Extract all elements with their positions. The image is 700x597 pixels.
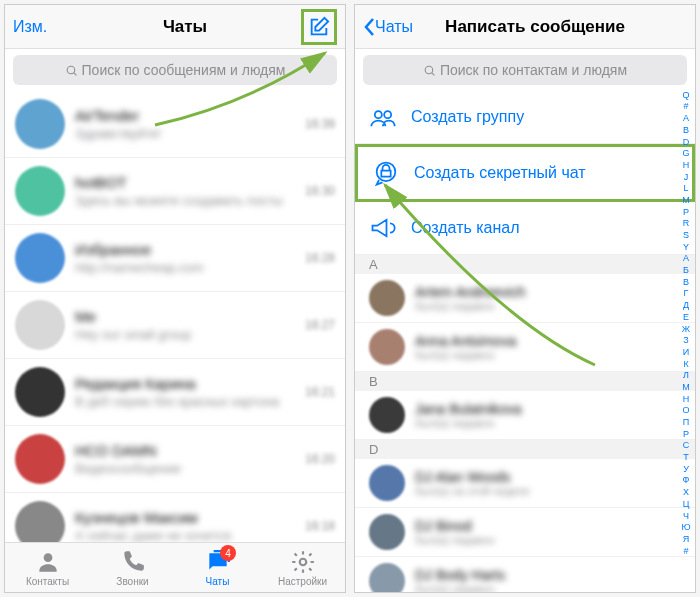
index-letter[interactable]: L [679,183,693,195]
alphabet-index[interactable]: Q#ABDGHJLMPRSYАБВГДЕЖЗИКЛМНОПРСТУФХЦЧЮЯ# [679,55,693,592]
chat-content: hotBOTЗдесь вы можете создавать посты [75,174,295,208]
index-letter[interactable]: S [679,230,693,242]
avatar [15,166,65,216]
chat-item[interactable]: Избранноеhttp://namecheap.com 16:28 [5,225,345,292]
index-letter[interactable]: Ф [679,475,693,487]
contact-item[interactable]: Anna Antsimovaбыл(а) недавно [355,323,695,372]
index-letter[interactable]: В [679,277,693,289]
compose-button[interactable] [301,9,337,45]
create-secret-chat[interactable]: Создать секретный чат [355,144,695,202]
index-letter[interactable]: A [679,113,693,125]
index-letter[interactable]: С [679,440,693,452]
index-letter[interactable]: Х [679,487,693,499]
index-letter[interactable]: D [679,137,693,149]
chat-item[interactable]: MeHey our small group 16:27 [5,292,345,359]
search-bar[interactable]: Поиск по сообщениям и людям [13,55,337,85]
index-letter[interactable]: У [679,464,693,476]
index-letter[interactable]: Y [679,242,693,254]
group-icon [369,103,397,131]
chat-item[interactable]: НСО DAMNВидеосообщение 16:20 [5,426,345,493]
tab-settings[interactable]: Настройки [260,543,345,592]
index-letter[interactable]: Б [679,265,693,277]
index-letter[interactable]: J [679,172,693,184]
back-label: Чаты [375,18,413,36]
section-header: D [355,440,695,459]
index-letter[interactable]: Ю [679,522,693,534]
index-letter[interactable]: H [679,160,693,172]
chat-time: 16:21 [305,385,335,399]
svg-point-0 [67,66,75,74]
contact-item[interactable]: DJ Alan Woodsбыл(а) на этой неделе [355,459,695,508]
index-letter[interactable]: # [679,101,693,113]
edit-button[interactable]: Изм. [13,18,73,36]
chat-item[interactable]: hotBOTЗдесь вы можете создавать посты 16… [5,158,345,225]
action-label: Создать группу [411,108,524,126]
settings-icon [290,549,316,575]
chat-content: НСО DAMNВидеосообщение [75,442,295,476]
index-letter[interactable]: Г [679,288,693,300]
back-button[interactable]: Чаты [363,17,423,37]
index-letter[interactable]: Ч [679,511,693,523]
screen-title: Написать сообщение [423,17,647,37]
badge: 4 [220,545,236,561]
search-bar[interactable]: Поиск по контактам и людям [363,55,687,85]
index-letter[interactable]: М [679,382,693,394]
index-letter[interactable]: # [679,546,693,558]
tab-contacts[interactable]: Контакты [5,543,90,592]
contact-info: Jana Bulatnikovaбыл(а) недавно [415,401,522,429]
contact-item[interactable]: Jana Bulatnikovaбыл(а) недавно [355,391,695,440]
index-letter[interactable]: И [679,347,693,359]
contacts-icon [35,549,61,575]
create-channel[interactable]: Создать канал [355,202,695,255]
index-letter[interactable]: К [679,359,693,371]
index-letter[interactable]: Ц [679,499,693,511]
create-group[interactable]: Создать группу [355,91,695,144]
chat-item[interactable]: AirTenderЗдравствуйте! 16:39 [5,91,345,158]
index-letter[interactable]: Т [679,452,693,464]
chat-time: 16:20 [305,452,335,466]
index-letter[interactable]: Р [679,429,693,441]
chat-content: Избранноеhttp://namecheap.com [75,241,295,275]
index-letter[interactable]: Н [679,394,693,406]
index-letter[interactable]: Я [679,534,693,546]
action-label: Создать канал [411,219,520,237]
tab-calls[interactable]: Звонки [90,543,175,592]
index-letter[interactable]: Д [679,300,693,312]
index-letter[interactable]: Q [679,90,693,102]
index-letter[interactable]: M [679,195,693,207]
header: Чаты Написать сообщение [355,5,695,49]
index-letter[interactable]: R [679,218,693,230]
index-letter[interactable]: Е [679,312,693,324]
chat-time: 16:28 [305,251,335,265]
contact-info: Anna Antsimovaбыл(а) недавно [415,333,516,361]
svg-point-3 [425,66,433,74]
index-letter[interactable]: А [679,253,693,265]
index-letter[interactable]: П [679,417,693,429]
chat-list[interactable]: AirTenderЗдравствуйте! 16:39 hotBOTЗдесь… [5,91,345,542]
contact-item[interactable]: DJ Body Hartsбыл(а) недавно [355,557,695,592]
avatar [369,280,405,316]
index-letter[interactable]: О [679,405,693,417]
chat-item[interactable]: Кузнецов МаксимА сейчас даже не хочется … [5,493,345,542]
index-letter[interactable]: P [679,207,693,219]
index-letter[interactable]: Л [679,370,693,382]
tab-chats[interactable]: 4 Чаты [175,543,260,592]
avatar [369,563,405,592]
index-letter[interactable]: B [679,125,693,137]
index-letter[interactable]: G [679,148,693,160]
avatar [15,99,65,149]
chat-item[interactable]: Редакция КаринаВ деб серию без красных к… [5,359,345,426]
tab-label: Чаты [206,576,230,587]
chat-content: Кузнецов МаксимА сейчас даже не хочется [75,509,295,542]
contact-list[interactable]: A Artem Andreevichбыл(а) недавно Anna An… [355,255,695,592]
svg-point-1 [43,553,52,562]
contact-info: DJ Body Hartsбыл(а) недавно [415,567,505,592]
header: Изм. Чаты [5,5,345,49]
index-letter[interactable]: Ж [679,324,693,336]
contact-item[interactable]: Artem Andreevichбыл(а) недавно [355,274,695,323]
tab-label: Контакты [26,576,69,587]
contact-item[interactable]: DJ Binodбыл(а) недавно [355,508,695,557]
index-letter[interactable]: З [679,335,693,347]
chats-screen: Изм. Чаты Поиск по сообщениям и людям Ai… [4,4,346,593]
chevron-left-icon [363,17,375,37]
